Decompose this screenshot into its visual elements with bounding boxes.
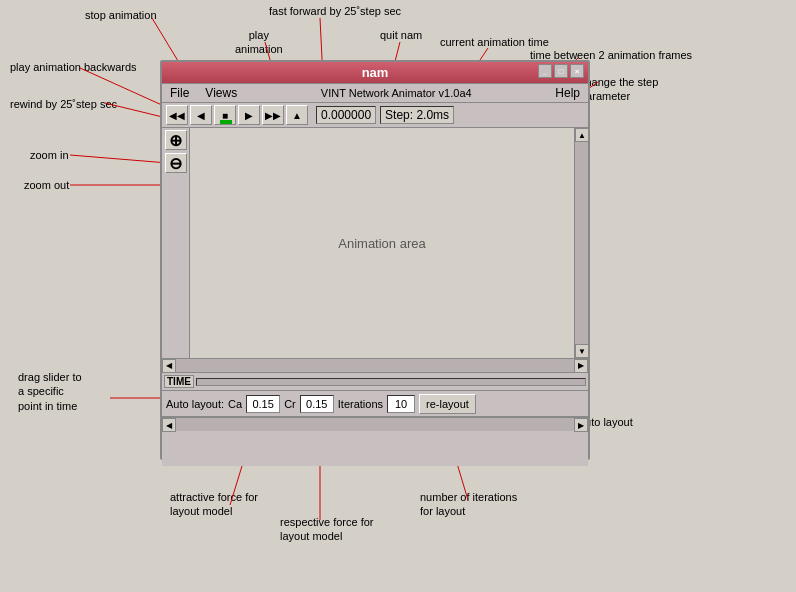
scroll-down-button[interactable]: ▼ — [575, 344, 589, 358]
stop-icon: ■ — [222, 110, 228, 121]
timeline-area: TIME — [162, 372, 588, 390]
drag-slider-label: drag slider toa specificpoint in time — [18, 370, 82, 413]
scroll-right-button[interactable]: ▶ — [574, 359, 588, 373]
fast-forward-label: fast forward by 25˚step sec — [269, 4, 401, 18]
num-iterations-label: number of iterationsfor layout — [420, 490, 517, 519]
change-step-label: change the step parameter — [580, 75, 700, 104]
close-button[interactable]: × — [570, 64, 584, 78]
toolbar: ◀◀ ◀ ■ ▶ ▶▶ ▲ 0.000000 Step: 2.0ms — [162, 103, 588, 128]
scrollbar-right: ▲ ▼ — [574, 128, 588, 358]
menu-file[interactable]: File — [164, 85, 195, 101]
menu-bar: File Views VINT Network Animator v1.0a4 … — [162, 84, 588, 103]
scroll-track-horizontal[interactable] — [176, 359, 574, 372]
ca-label: Ca — [228, 398, 242, 410]
maximize-button[interactable]: □ — [554, 64, 568, 78]
scroll-left-button[interactable]: ◀ — [162, 359, 176, 373]
stop-button[interactable]: ■ — [214, 105, 236, 125]
play-indicator — [220, 120, 232, 124]
zoom-out-label: zoom out — [24, 178, 69, 192]
window-title: nam — [362, 65, 389, 80]
minimize-button[interactable]: _ — [538, 64, 552, 78]
menu-help[interactable]: Help — [549, 85, 586, 101]
zoom-in-label: zoom in — [30, 148, 69, 162]
bottom-panel: ◀ ▶ — [162, 416, 588, 466]
iterations-label: Iterations — [338, 398, 383, 410]
zoom-in-button[interactable]: ⊕ — [165, 130, 187, 150]
menu-views[interactable]: Views — [199, 85, 243, 101]
fast-forward-button[interactable]: ▶▶ — [262, 105, 284, 125]
iterations-input[interactable] — [387, 395, 415, 413]
play-animation-label: playanimation — [235, 28, 283, 57]
quit-nam-label: quit nam — [380, 28, 422, 42]
left-toolbar: ⊕ ⊖ — [162, 128, 190, 358]
stop-animation-label: stop animation — [85, 8, 157, 22]
zoom-out-button[interactable]: ⊖ — [165, 153, 187, 173]
animation-area: Animation area — [190, 128, 574, 358]
time-label: TIME — [164, 375, 194, 388]
bottom-panel-scroll-right[interactable]: ▶ — [574, 418, 588, 432]
svg-line-9 — [70, 155, 168, 163]
time-display: 0.000000 — [316, 106, 376, 124]
scrollbar-bottom: ◀ ▶ — [162, 358, 588, 372]
scroll-track-vertical[interactable] — [575, 142, 588, 344]
cr-label: Cr — [284, 398, 296, 410]
attractive-force-label: attractive force forlayout model — [170, 490, 258, 519]
relayout-button[interactable]: re-layout — [419, 394, 476, 414]
bottom-panel-scroll-left[interactable]: ◀ — [162, 418, 176, 432]
jump-button[interactable]: ▲ — [286, 105, 308, 125]
cr-input[interactable] — [300, 395, 334, 413]
play-backwards-button[interactable]: ◀ — [190, 105, 212, 125]
animation-area-label: Animation area — [338, 236, 425, 251]
step-display[interactable]: Step: 2.0ms — [380, 106, 454, 124]
rewind-button[interactable]: ◀◀ — [166, 105, 188, 125]
auto-layout-label: Auto layout: — [166, 398, 224, 410]
ca-input[interactable] — [246, 395, 280, 413]
layout-bar: Auto layout: Ca Cr Iterations re-layout — [162, 390, 588, 416]
play-backwards-label: play animation backwards — [10, 60, 137, 74]
bottom-panel-scroll-track[interactable] — [176, 418, 574, 431]
title-bar: nam _ □ × — [162, 62, 588, 84]
respective-force-label: respective force forlayout model — [280, 515, 374, 544]
menu-app-title: VINT Network Animator v1.0a4 — [247, 87, 545, 99]
scroll-up-button[interactable]: ▲ — [575, 128, 589, 142]
play-button[interactable]: ▶ — [238, 105, 260, 125]
title-bar-buttons: _ □ × — [538, 64, 584, 78]
main-window: nam _ □ × File Views VINT Network Animat… — [160, 60, 590, 460]
time-slider[interactable] — [196, 378, 586, 386]
content-area: ⊕ ⊖ Animation area ▲ ▼ — [162, 128, 588, 358]
rewind-25-label: rewind by 25˚step sec — [10, 97, 117, 111]
